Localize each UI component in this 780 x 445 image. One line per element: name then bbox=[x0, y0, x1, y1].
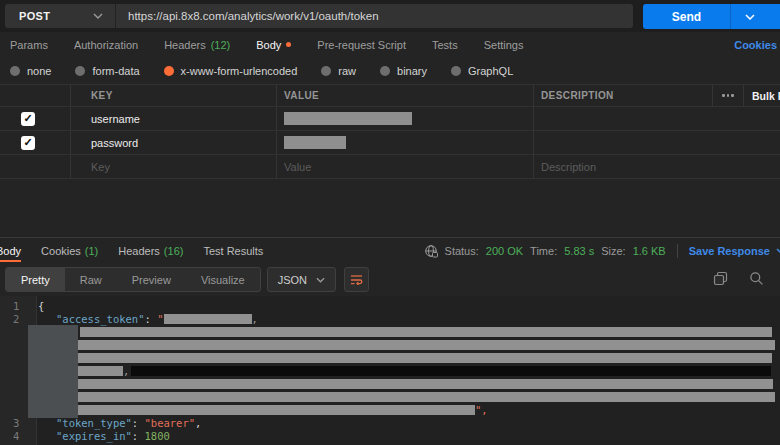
redacted-token-line: , bbox=[0, 365, 780, 378]
wrap-text-icon[interactable] bbox=[344, 267, 369, 292]
postman-window: POST https://api.8x8.com/analytics/work/… bbox=[0, 0, 780, 445]
response-view-toolbar: Pretty Raw Preview Visualize JSON bbox=[0, 263, 780, 296]
json-key: "access_token" bbox=[56, 313, 145, 325]
time-label: Time: bbox=[530, 245, 557, 257]
tab-authorization[interactable]: Authorization bbox=[74, 39, 138, 51]
table-row: ✓ username bbox=[0, 107, 780, 131]
description-cell[interactable] bbox=[533, 131, 780, 154]
body-mode-selector: none form-data x-www-form-urlencoded raw… bbox=[0, 57, 780, 84]
redacted-token-bar bbox=[164, 314, 252, 324]
column-header-description: DESCRIPTION bbox=[533, 85, 712, 106]
json-string-value: "bearer" bbox=[145, 417, 196, 429]
response-tab-test-results[interactable]: Test Results bbox=[203, 238, 263, 263]
table-header-row: KEY VALUE DESCRIPTION Bulk Edit bbox=[0, 84, 780, 107]
tab-settings[interactable]: Settings bbox=[484, 39, 524, 51]
redacted-token-line bbox=[0, 326, 780, 339]
copy-icon[interactable] bbox=[713, 271, 728, 286]
tab-tests[interactable]: Tests bbox=[432, 39, 458, 51]
response-tab-cookies[interactable]: Cookies(1) bbox=[41, 238, 98, 263]
redacted-token-line bbox=[0, 391, 780, 404]
row-checkbox-cell: ✓ bbox=[0, 131, 70, 154]
chevron-down-icon bbox=[316, 277, 325, 283]
send-options-chevron-icon[interactable] bbox=[745, 14, 755, 20]
save-response-button[interactable]: Save Response bbox=[689, 245, 780, 257]
url-bar: POST https://api.8x8.com/analytics/work/… bbox=[5, 4, 633, 28]
key-placeholder[interactable]: Key bbox=[70, 155, 276, 178]
json-line: 1 { bbox=[0, 300, 780, 313]
status-value: 200 OK bbox=[486, 245, 523, 257]
table-row: ✓ password bbox=[0, 131, 780, 155]
redacted-token-bar bbox=[78, 379, 773, 389]
radio-icon bbox=[75, 66, 85, 76]
value-cell[interactable] bbox=[276, 107, 533, 130]
redacted-token-line bbox=[0, 378, 780, 391]
value-placeholder[interactable]: Value bbox=[276, 155, 533, 178]
modified-dot-icon bbox=[286, 42, 291, 47]
cookies-count: (1) bbox=[85, 245, 98, 257]
radio-icon bbox=[380, 66, 390, 76]
tab-pre-request-script[interactable]: Pre-request Script bbox=[317, 39, 406, 51]
description-cell[interactable] bbox=[533, 107, 780, 130]
view-tab-pretty[interactable]: Pretty bbox=[6, 268, 65, 291]
tab-params[interactable]: Params bbox=[10, 39, 48, 51]
request-url-bar-row: POST https://api.8x8.com/analytics/work/… bbox=[0, 0, 780, 32]
row-checkbox-cell: ✓ bbox=[0, 107, 70, 130]
key-cell[interactable]: username bbox=[70, 107, 276, 130]
redacted-token-bar bbox=[78, 366, 123, 376]
line-number: 1 bbox=[0, 300, 36, 313]
json-line: 3 "token_type": "bearer", bbox=[0, 417, 780, 430]
radio-selected-icon bbox=[164, 66, 174, 76]
view-tab-preview[interactable]: Preview bbox=[117, 268, 186, 291]
chevron-down-icon bbox=[776, 248, 780, 254]
response-meta: Status: 200 OK Time: 5.83 s Size: 1.6 KB… bbox=[424, 238, 780, 263]
format-select[interactable]: JSON bbox=[267, 267, 336, 292]
json-key: "token_type" bbox=[56, 417, 132, 429]
response-tab-body[interactable]: Body bbox=[0, 238, 21, 263]
response-body-viewer: 1 { 2 "access_token": ", , bbox=[0, 296, 780, 445]
response-tab-headers[interactable]: Headers(16) bbox=[118, 238, 183, 263]
view-tab-raw[interactable]: Raw bbox=[65, 268, 117, 291]
send-button[interactable]: Send bbox=[643, 4, 780, 29]
redacted-value-bar bbox=[284, 112, 412, 125]
json-line: 4 "expires_in": 1800 bbox=[0, 430, 780, 443]
radio-icon bbox=[451, 66, 461, 76]
column-header-value: VALUE bbox=[276, 85, 533, 106]
radio-x-www-form-urlencoded[interactable]: x-www-form-urlencoded bbox=[164, 65, 298, 77]
url-input[interactable]: https://api.8x8.com/analytics/work/v1/oa… bbox=[116, 10, 379, 22]
row-checkbox-cell bbox=[0, 155, 70, 178]
divider bbox=[730, 4, 731, 29]
more-options-icon[interactable] bbox=[712, 85, 743, 106]
cookies-link[interactable]: Cookies bbox=[734, 39, 777, 51]
request-tabs: Params Authorization Headers(12) Body Pr… bbox=[0, 32, 780, 57]
radio-graphql[interactable]: GraphQL bbox=[451, 65, 513, 77]
json-number-value: 1800 bbox=[145, 430, 170, 442]
key-cell[interactable]: password bbox=[70, 131, 276, 154]
radio-binary[interactable]: binary bbox=[380, 65, 427, 77]
radio-icon bbox=[10, 66, 20, 76]
redacted-token-bar bbox=[78, 340, 775, 350]
redacted-token-bar bbox=[80, 327, 772, 337]
redacted-token-bar-dark bbox=[131, 366, 771, 376]
checkbox-checked[interactable]: ✓ bbox=[21, 112, 35, 126]
value-cell[interactable] bbox=[276, 131, 533, 154]
checkbox-checked[interactable]: ✓ bbox=[21, 136, 35, 150]
redacted-value-bar bbox=[284, 136, 346, 149]
bulk-edit-button[interactable]: Bulk Edit bbox=[743, 85, 780, 106]
table-placeholder-row: Key Value Description bbox=[0, 155, 780, 179]
redacted-token-bar bbox=[78, 392, 775, 402]
checkbox-column-header bbox=[0, 85, 70, 106]
headers-count: (16) bbox=[164, 245, 184, 257]
search-icon[interactable] bbox=[749, 271, 764, 286]
view-tab-visualize[interactable]: Visualize bbox=[186, 268, 260, 291]
description-placeholder[interactable]: Description bbox=[533, 155, 780, 178]
tab-body[interactable]: Body bbox=[256, 39, 291, 51]
method-label: POST bbox=[19, 10, 50, 22]
line-number: 4 bbox=[0, 430, 36, 443]
radio-icon bbox=[321, 66, 331, 76]
radio-none[interactable]: none bbox=[10, 65, 51, 77]
tab-headers[interactable]: Headers(12) bbox=[164, 39, 230, 51]
radio-form-data[interactable]: form-data bbox=[75, 65, 139, 77]
radio-raw[interactable]: raw bbox=[321, 65, 356, 77]
column-header-key: KEY bbox=[70, 85, 276, 106]
method-selector[interactable]: POST bbox=[5, 10, 115, 22]
